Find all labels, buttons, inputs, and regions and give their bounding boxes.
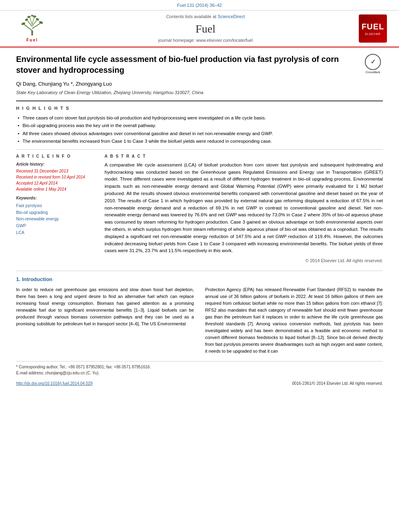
highlight-item-4: The environmental benefits increased fro… — [16, 138, 383, 144]
available-date: Available online 1 May 2014 — [16, 186, 97, 192]
journal-citation: Fuel 131 (2014) 36–42 — [177, 3, 222, 8]
intro-col1-text: In order to reduce net greenhouse gas em… — [16, 286, 194, 327]
introduction-section: 1. Introduction In order to reduce net g… — [16, 271, 383, 355]
abstract-text: A comparative life cycle assessment (LCA… — [105, 162, 383, 255]
revised-date: Received in revised form 10 April 2014 — [16, 174, 97, 180]
elsevier-logo: Fuel — [8, 14, 56, 43]
footer-bar: http://dx.doi.org/10.1016/j.fuel.2014.04… — [16, 379, 383, 386]
highlight-item-1: Three cases of corn stover fast pyrolysi… — [16, 115, 383, 121]
affiliation-text: State Key Laboratory of Clean Energy Uti… — [16, 90, 383, 96]
page: Fuel 131 (2014) 36–42 — [0, 0, 399, 393]
highlight-item-3: All three cases showed obvious advantage… — [16, 130, 383, 137]
highlights-label: H I G H L I G H T S — [16, 105, 383, 111]
intro-col2-text: Protection Agency (EPA) has released Ren… — [205, 286, 383, 355]
keyword-4: GWP — [16, 222, 97, 229]
svg-rect-0 — [31, 31, 33, 35]
keywords-label: Keywords: — [16, 195, 97, 201]
received-date: Received 31 December 2013 — [16, 168, 97, 174]
keyword-5: LCA — [16, 229, 97, 236]
article-history-block: Article history: Received 31 December 20… — [16, 162, 97, 192]
accepted-date: Accepted 12 April 2014 — [16, 180, 97, 186]
authors-line: Qi Dang, Chunjiang Yu *, Zhongyang Luo — [16, 80, 383, 88]
intro-body-columns: In order to reduce net greenhouse gas em… — [16, 286, 383, 355]
footnote-corresponding: * Corresponding author. Tel.: +86 0571 8… — [16, 364, 383, 370]
journal-header: Fuel Contents lists available at Science… — [0, 10, 399, 47]
svg-line-3 — [27, 21, 32, 27]
journal-title: Fuel — [56, 21, 355, 37]
footer-issn: 0016-2361/© 2014 Elsevier Ltd. All right… — [292, 381, 383, 386]
authors-text: Qi Dang, Chunjiang Yu *, Zhongyang Luo — [16, 81, 112, 87]
svg-point-13 — [31, 15, 33, 16]
intro-heading: 1. Introduction — [16, 276, 383, 283]
highlight-item-2: Bio-oil upgrading process was the key un… — [16, 122, 383, 129]
sciencedirect-link[interactable]: ScienceDirect — [218, 14, 245, 19]
intro-col-1: In order to reduce net greenhouse gas em… — [16, 286, 194, 355]
keyword-2: Bio-oil upgrading — [16, 209, 97, 216]
fuel-badge-sub: ELSEVIER — [365, 32, 380, 36]
journal-name-area: Contents lists available at ScienceDirec… — [56, 14, 355, 43]
keyword-3: Non-renewable energy — [16, 216, 97, 222]
citation-bar: Fuel 131 (2014) 36–42 — [0, 0, 399, 10]
elsevier-tree-icon — [16, 14, 48, 37]
highlights-section: H I G H L I G H T S Three cases of corn … — [16, 105, 383, 144]
divider-1 — [16, 101, 383, 101]
elsevier-logo-area: Fuel — [8, 14, 56, 43]
abstract-col: A B S T R A C T A comparative life cycle… — [105, 154, 383, 264]
divider-2 — [16, 149, 383, 150]
copyright-line: © 2014 Elsevier Ltd. All rights reserved… — [105, 258, 383, 264]
svg-line-6 — [32, 17, 34, 24]
fuel-logo-area: FUEL ELSEVIER — [355, 14, 391, 43]
highlights-list: Three cases of corn stover fast pyrolysi… — [16, 115, 383, 144]
svg-point-11 — [27, 16, 31, 18]
main-content: Environmental life cycle assessment of b… — [0, 47, 399, 393]
footnote-area: * Corresponding author. Tel.: +86 0571 8… — [16, 361, 383, 386]
crossmark-icon: ✓ — [365, 54, 381, 70]
abstract-label: A B S T R A C T — [105, 154, 383, 159]
journal-homepage-text: journal homepage: www.elsevier.com/locat… — [56, 37, 355, 43]
crossmark-label: CrossMark — [365, 70, 381, 74]
fuel-logo-badge: FUEL ELSEVIER — [359, 14, 387, 43]
article-title-text: Environmental life cycle assessment of b… — [16, 55, 339, 74]
svg-point-10 — [35, 18, 39, 21]
sciencedirect-text: Contents lists available at ScienceDirec… — [56, 14, 355, 20]
crossmark-badge: ✓ CrossMark — [363, 54, 383, 74]
doi-link[interactable]: http://dx.doi.org/10.1016/j.fuel.2014.04… — [16, 381, 93, 386]
intro-col-2: Protection Agency (EPA) has released Ren… — [205, 286, 383, 355]
footnote-email: E-mail address: chunjiang@zju.edu.cn (C.… — [16, 370, 383, 376]
fuel-badge-text: FUEL — [362, 21, 384, 32]
keywords-block: Keywords: Fast pyrolysis Bio-oil upgradi… — [16, 195, 97, 236]
article-info-col: A R T I C L E I N F O Article history: R… — [16, 154, 97, 264]
article-info-label: A R T I C L E I N F O — [16, 154, 97, 159]
keyword-1: Fast pyrolysis — [16, 202, 97, 209]
article-title-area: Environmental life cycle assessment of b… — [16, 54, 383, 76]
info-abstract-area: A R T I C L E I N F O Article history: R… — [16, 154, 383, 264]
history-label: Article history: — [16, 162, 97, 167]
elsevier-wordmark: Fuel — [27, 37, 38, 43]
